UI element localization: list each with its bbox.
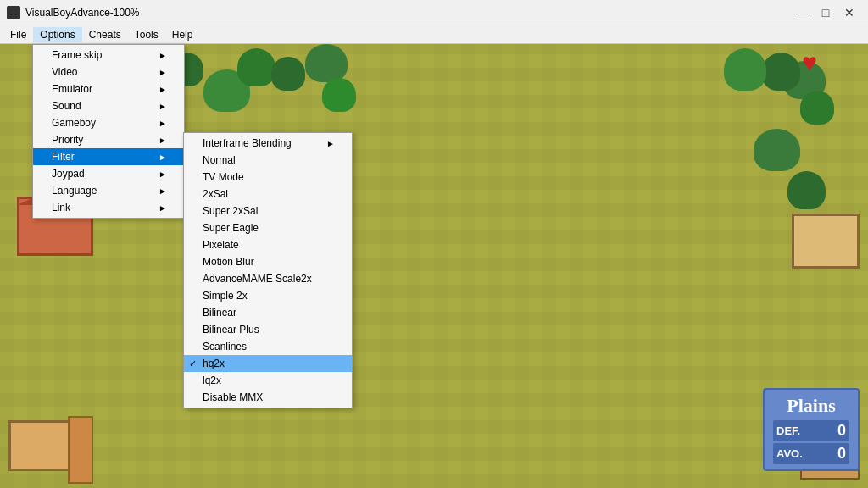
options-menu: Frame skip ► Video ► Emulator ► Sound ► …: [32, 44, 185, 219]
options-priority[interactable]: Priority ►: [33, 131, 184, 148]
options-filter[interactable]: Filter ►: [33, 148, 184, 165]
options-frame-skip[interactable]: Frame skip ►: [33, 47, 184, 64]
tree-r2: [762, 53, 800, 91]
building-r1: [792, 214, 860, 269]
menu-file[interactable]: File: [3, 27, 33, 42]
filter-bilinear-plus[interactable]: Bilinear Plus: [184, 321, 352, 338]
def-stat-row: DEF. 0: [773, 420, 849, 441]
menu-options[interactable]: Options: [33, 27, 81, 42]
filter-hq2x[interactable]: hq2x: [184, 355, 352, 372]
plains-title: Plains: [773, 395, 849, 417]
tree-4: [237, 48, 275, 86]
menu-bar: File Options Cheats Tools Help: [0, 25, 868, 44]
options-joypad[interactable]: Joypad ►: [33, 165, 184, 182]
filter-normal[interactable]: Normal: [184, 152, 352, 169]
tree-r6: [787, 171, 826, 209]
menu-tools[interactable]: Tools: [128, 27, 165, 42]
maximize-button[interactable]: □: [814, 3, 837, 22]
filter-simple-2x[interactable]: Simple 2x: [184, 287, 352, 304]
filter-lq2x[interactable]: lq2x: [184, 372, 352, 389]
filter-2xsal[interactable]: 2xSal: [184, 186, 352, 202]
tree-r3: [724, 48, 766, 91]
tree-r5: [754, 129, 800, 171]
avo-value: 0: [837, 445, 846, 463]
filter-submenu-container: Interframe Blending ► Normal TV Mode 2xS…: [183, 132, 353, 408]
filter-super-2xsal[interactable]: Super 2xSal: [184, 202, 352, 219]
filter-pixelate[interactable]: Pixelate: [184, 236, 352, 253]
filter-bilinear[interactable]: Bilinear: [184, 304, 352, 321]
filter-scanlines[interactable]: Scanlines: [184, 338, 352, 355]
tree-6: [271, 57, 305, 91]
building-2: [8, 420, 76, 471]
title-text: VisualBoyAdvance-100%: [25, 7, 790, 19]
avo-stat-row: AVO. 0: [773, 443, 849, 464]
options-video[interactable]: Video ►: [33, 64, 184, 80]
options-language[interactable]: Language ►: [33, 182, 184, 199]
tree-8: [322, 78, 356, 112]
decoration-heart-2: ♥: [802, 48, 817, 77]
building-3: [68, 416, 93, 484]
title-bar: VisualBoyAdvance-100% — □ ✕: [0, 0, 868, 25]
options-sound[interactable]: Sound ►: [33, 97, 184, 114]
tree-r4: [800, 91, 834, 125]
avo-label: AVO.: [776, 447, 803, 460]
options-link[interactable]: Link ►: [33, 199, 184, 216]
options-dropdown: Frame skip ► Video ► Emulator ► Sound ► …: [32, 44, 185, 219]
menu-help[interactable]: Help: [165, 27, 200, 42]
filter-super-eagle[interactable]: Super Eagle: [184, 219, 352, 236]
def-label: DEF.: [776, 424, 800, 437]
tree-7: [305, 44, 348, 82]
def-value: 0: [837, 422, 846, 440]
filter-disable-mmx[interactable]: Disable MMX: [184, 389, 352, 406]
filter-motion-blur[interactable]: Motion Blur: [184, 253, 352, 270]
filter-advancemame[interactable]: AdvanceMAME Scale2x: [184, 270, 352, 287]
menu-cheats[interactable]: Cheats: [82, 27, 128, 42]
options-gameboy[interactable]: Gameboy ►: [33, 114, 184, 131]
close-button[interactable]: ✕: [837, 3, 861, 22]
filter-interframe-blending[interactable]: Interframe Blending ►: [184, 135, 352, 152]
minimize-button[interactable]: —: [790, 3, 814, 22]
plains-stats: DEF. 0 AVO. 0: [773, 420, 849, 464]
plains-info-box: Plains DEF. 0 AVO. 0: [763, 388, 860, 471]
filter-tv-mode[interactable]: TV Mode: [184, 169, 352, 186]
app-icon: [7, 6, 20, 19]
filter-submenu: Interframe Blending ► Normal TV Mode 2xS…: [183, 132, 353, 408]
options-emulator[interactable]: Emulator ►: [33, 80, 184, 97]
